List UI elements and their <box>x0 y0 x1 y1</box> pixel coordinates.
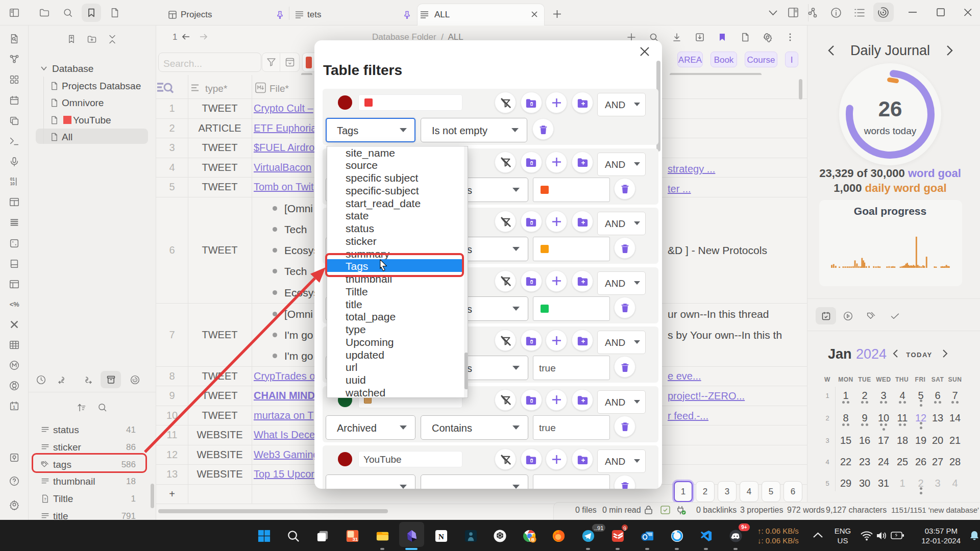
svg-text:<%: <% <box>10 300 19 308</box>
svg-text:B: B <box>531 537 534 542</box>
svg-text:01: 01 <box>10 177 15 182</box>
svg-text:1: 1 <box>13 405 15 410</box>
svg-text:10: 10 <box>10 182 15 186</box>
svg-text:N: N <box>438 532 444 541</box>
svg-text:31: 31 <box>352 536 358 542</box>
svg-text:?: ? <box>44 497 46 501</box>
